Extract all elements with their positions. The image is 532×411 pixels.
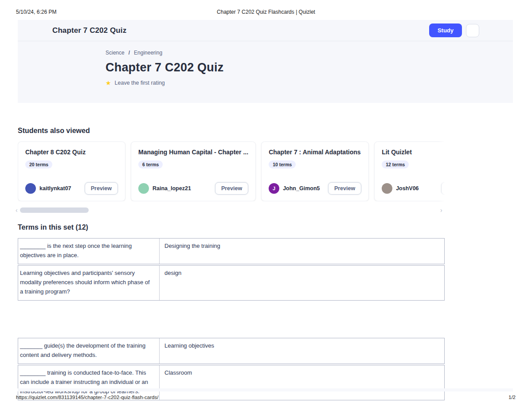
card-row: Chapter 8 C202 Quiz 20 terms kaitlynkat0…	[18, 141, 446, 201]
rating-prompt[interactable]: ★ Leave the first rating	[106, 80, 513, 86]
preview-button[interactable]: Preview	[85, 182, 118, 195]
avatar	[138, 183, 149, 194]
quizlet-page: Chapter 7 C202 Quiz Study Science / Engi…	[18, 20, 513, 103]
breadcrumb-science-link[interactable]: Science	[106, 50, 125, 56]
set-card-footer: JoshV06 Preview	[382, 182, 446, 195]
term-row: ________ is the next step once the learn…	[18, 238, 445, 264]
page-break-gap	[18, 301, 445, 338]
term-text: ________ is the next step once the learn…	[18, 239, 159, 264]
scroll-right-icon[interactable]: ›	[440, 207, 442, 213]
preview-button[interactable]: Preview	[441, 182, 446, 195]
page-bottom-strip	[18, 388, 513, 391]
definition-text: Classroom	[159, 365, 444, 400]
topbar-actions: Study	[429, 23, 479, 37]
set-card-4[interactable]: Lit Quizlet 12 terms JoshV06 Preview	[374, 141, 446, 201]
terms-count-badge: 6 terms	[138, 160, 163, 168]
rating-label: Leave the first rating	[115, 80, 165, 86]
print-document-title: Chapter 7 C202 Quiz Flashcards | Quizlet	[0, 9, 532, 15]
set-card-title: Lit Quizlet	[382, 149, 446, 156]
study-button[interactable]: Study	[429, 23, 462, 37]
more-options-button[interactable]	[466, 24, 479, 37]
star-icon: ★	[106, 80, 111, 86]
avatar: J	[269, 183, 279, 194]
scrollbar-thumb[interactable]	[20, 207, 89, 213]
terms-table-1: ________ is the next step once the learn…	[18, 238, 445, 301]
set-card-footer: J John_Gimon5 Preview	[269, 182, 361, 195]
breadcrumb-separator: /	[129, 50, 130, 56]
scroll-left-icon[interactable]: ‹	[16, 207, 18, 213]
set-card-footer: Raina_lopez21 Preview	[138, 182, 248, 195]
definition-text: Learning objectives	[159, 338, 444, 364]
set-card-title: Managing Human Capital - Chapter ...	[138, 149, 248, 156]
set-card-3[interactable]: Chapter 7 : Animal Adaptations 10 terms …	[261, 141, 369, 201]
terms-count-badge: 12 terms	[382, 160, 409, 168]
breadcrumb-engineering-link[interactable]: Engineering	[134, 50, 162, 56]
set-card-username: JoshV06	[396, 185, 419, 192]
recommended-sets-carousel: Chapter 8 C202 Quiz 20 terms kaitlynkat0…	[18, 141, 446, 201]
term-text: _______ guide(s) the development of the …	[18, 338, 159, 364]
set-card-title: Chapter 8 C202 Quiz	[25, 149, 118, 156]
preview-button[interactable]: Preview	[215, 182, 248, 195]
set-card-username: kaitlynkat07	[39, 185, 71, 192]
definition-text: Designing the training	[159, 239, 444, 264]
print-page-indicator: 1/2	[509, 395, 516, 400]
set-header: Science / Engineering Chapter 7 C202 Qui…	[18, 41, 513, 103]
term-row: _______ guide(s) the development of the …	[18, 338, 445, 364]
set-card-username: John_Gimon5	[283, 185, 320, 192]
page-title: Chapter 7 C202 Quiz	[106, 61, 513, 74]
set-card-title: Chapter 7 : Animal Adaptations	[269, 149, 361, 156]
set-card-2[interactable]: Managing Human Capital - Chapter ... 6 t…	[131, 141, 256, 201]
definition-text: design	[159, 266, 444, 300]
set-card-1[interactable]: Chapter 8 C202 Quiz 20 terms kaitlynkat0…	[18, 141, 125, 201]
breadcrumb: Science / Engineering	[106, 50, 513, 56]
preview-button[interactable]: Preview	[328, 182, 361, 195]
set-card-footer: kaitlynkat07 Preview	[25, 182, 118, 195]
terms-heading: Terms in this set (12)	[18, 223, 445, 231]
students-also-viewed-heading: Students also viewed	[18, 127, 445, 135]
set-card-username: Raina_lopez21	[153, 185, 191, 192]
term-text: Learning objectives and participants' se…	[18, 266, 159, 300]
main-content: Students also viewed Chapter 8 C202 Quiz…	[18, 127, 445, 401]
avatar	[382, 183, 392, 194]
print-url: https://quizlet.com/831139145/chapter-7-…	[16, 395, 158, 400]
terms-count-badge: 10 terms	[269, 160, 296, 168]
set-title-topbar: Chapter 7 C202 Quiz	[52, 26, 126, 35]
term-row: Learning objectives and participants' se…	[18, 265, 445, 301]
avatar	[25, 183, 36, 194]
carousel-scrollbar: ‹ ›	[18, 207, 445, 213]
terms-count-badge: 20 terms	[25, 160, 52, 168]
top-bar: Chapter 7 C202 Quiz Study	[18, 20, 513, 41]
